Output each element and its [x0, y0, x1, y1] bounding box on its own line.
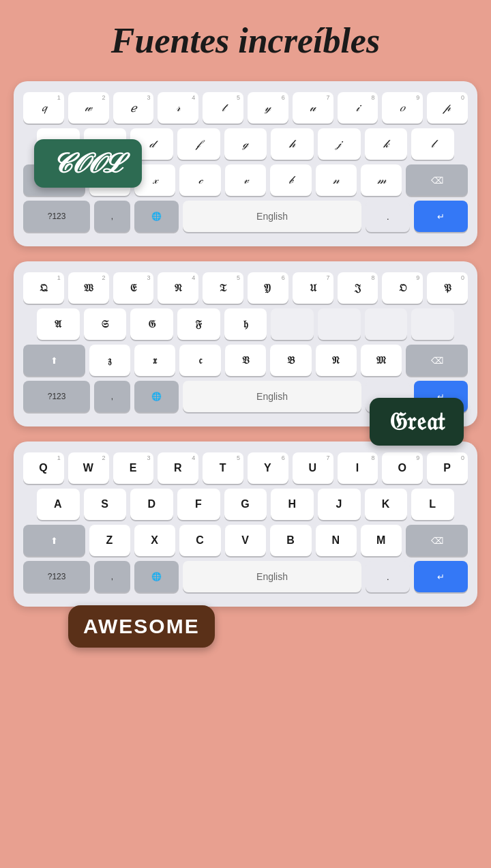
page-title: Fuentes increíbles: [111, 20, 380, 61]
kb2-key-n[interactable]: 𝔑: [316, 345, 357, 376]
kb2-key-x[interactable]: 𝔵: [134, 345, 175, 376]
kb2-key-v[interactable]: 𝔙: [225, 345, 266, 376]
kb3-key-num[interactable]: ?123: [23, 561, 90, 592]
kb2-key-m[interactable]: 𝔐: [361, 345, 402, 376]
keyboard-card-1: 𝒞𝒪𝒪ℒ 1𝓺 2𝓌 3ℯ 4𝓇 5𝓉 6𝓎 7𝓊 8𝒾 9𝑜 0𝓅 𝒶 𝓈 𝒹…: [14, 81, 477, 246]
kb3-key-backspace[interactable]: ⌫: [406, 525, 468, 556]
kb3-key-o[interactable]: 9O: [382, 452, 423, 484]
key-w[interactable]: 2𝓌: [68, 92, 109, 124]
key-q[interactable]: 1𝓺: [23, 92, 64, 124]
key-backspace[interactable]: ⌫: [406, 164, 468, 196]
kb2-key-b[interactable]: 𝔅: [270, 345, 311, 376]
kb3-key-a[interactable]: A: [37, 489, 80, 520]
kb3-key-m[interactable]: M: [361, 525, 402, 556]
kb2-key-t[interactable]: 5𝔗: [203, 272, 243, 304]
key-dot[interactable]: .: [366, 201, 410, 232]
kb2-key-space[interactable]: English: [183, 381, 361, 412]
kb3-key-g[interactable]: G: [224, 489, 267, 520]
kb3-key-r[interactable]: 4R: [158, 452, 198, 484]
kb3-key-b[interactable]: B: [270, 525, 311, 556]
kb2-key-globe[interactable]: 🌐: [134, 381, 179, 412]
kb3-key-l[interactable]: L: [411, 489, 454, 520]
kb2-key-c[interactable]: 𝔠: [179, 345, 220, 376]
keyboard-card-2: 𝔊𝔯𝔢𝔞𝔱 1𝔔 2𝔚 3𝔈 4𝔑 5𝔗 6𝔜 7𝔘 8𝔍 9𝔒 0𝔓 𝔄 𝔖 …: [14, 261, 477, 426]
kb2-key-q[interactable]: 1𝔔: [23, 272, 64, 304]
kb2-key-i[interactable]: 8𝔍: [338, 272, 378, 304]
kb2-key-s[interactable]: 𝔖: [84, 308, 127, 340]
kb3-key-i[interactable]: 8I: [338, 452, 378, 484]
kb2-key-h[interactable]: 𝔥: [224, 308, 267, 340]
kb2-key-num[interactable]: ?123: [23, 381, 90, 412]
kb3-key-t[interactable]: 5T: [203, 452, 243, 484]
kb3-key-z[interactable]: Z: [89, 525, 130, 556]
key-u[interactable]: 7𝓊: [293, 92, 333, 124]
key-globe[interactable]: 🌐: [134, 201, 179, 232]
kb2-key-o[interactable]: 9𝔒: [382, 272, 423, 304]
kb3-row-3: ⬆ Z X C V B N M ⌫: [23, 525, 468, 556]
kb3-key-w[interactable]: 2W: [68, 452, 109, 484]
key-enter[interactable]: ↵: [414, 201, 468, 232]
kb3-key-c[interactable]: C: [179, 525, 220, 556]
key-n[interactable]: 𝓃: [316, 164, 357, 196]
kb2-key-shift[interactable]: ⬆: [23, 345, 85, 376]
kb2-key-y[interactable]: 6𝔜: [248, 272, 288, 304]
key-r[interactable]: 4𝓇: [158, 92, 198, 124]
kb3-key-dot[interactable]: .: [366, 561, 410, 592]
kb3-key-globe[interactable]: 🌐: [134, 561, 179, 592]
key-l[interactable]: 𝓁: [411, 128, 454, 160]
key-p[interactable]: 0𝓅: [427, 92, 468, 124]
kb2-key-w[interactable]: 2𝔚: [68, 272, 109, 304]
kb3-key-x[interactable]: X: [134, 525, 175, 556]
kb3-key-n[interactable]: N: [316, 525, 357, 556]
kb3-key-space[interactable]: English: [183, 561, 361, 592]
kb2-key-r[interactable]: 4𝔑: [158, 272, 198, 304]
key-b[interactable]: 𝒷: [270, 164, 311, 196]
key-k[interactable]: 𝓀: [365, 128, 408, 160]
kb2-key-u[interactable]: 7𝔘: [293, 272, 333, 304]
kb3-key-q[interactable]: 1Q: [23, 452, 64, 484]
key-o[interactable]: 9𝑜: [382, 92, 423, 124]
key-f[interactable]: 𝒻: [177, 128, 220, 160]
key-e[interactable]: 3ℯ: [113, 92, 154, 124]
kb3-row-2: A S D F G H J K L: [23, 489, 468, 520]
kb2-key-backspace[interactable]: ⌫: [406, 345, 468, 376]
key-y[interactable]: 6𝓎: [248, 92, 288, 124]
kb3-key-y[interactable]: 6Y: [248, 452, 288, 484]
kb3-key-d[interactable]: D: [130, 489, 173, 520]
key-i[interactable]: 8𝒾: [338, 92, 378, 124]
kb2-key-z[interactable]: 𝔷: [89, 345, 130, 376]
kb3-key-k[interactable]: K: [365, 489, 408, 520]
kb2-key-a[interactable]: 𝔄: [37, 308, 80, 340]
kb3-key-v[interactable]: V: [225, 525, 266, 556]
key-g[interactable]: ℊ: [224, 128, 267, 160]
key-space[interactable]: English: [183, 201, 361, 232]
kb2-key-f[interactable]: 𝔉: [177, 308, 220, 340]
key-num[interactable]: ?123: [23, 201, 90, 232]
kb2-key-comma[interactable]: ,: [94, 381, 130, 412]
kb3-key-enter[interactable]: ↵: [414, 561, 468, 592]
key-comma[interactable]: ,: [94, 201, 130, 232]
key-c[interactable]: 𝒸: [179, 164, 220, 196]
badge-cool: 𝒞𝒪𝒪ℒ: [34, 139, 142, 188]
kb3-key-h[interactable]: H: [271, 489, 314, 520]
keyboard-card-3: AWESOME 1Q 2W 3E 4R 5T 6Y 7U 8I 9O 0P A …: [14, 442, 477, 607]
key-m[interactable]: 𝓂: [361, 164, 402, 196]
key-j[interactable]: 𝒿: [318, 128, 361, 160]
kb3-key-j[interactable]: J: [318, 489, 361, 520]
kb3-key-shift[interactable]: ⬆: [23, 525, 85, 556]
kb2-key-blank4: [411, 308, 454, 340]
key-t[interactable]: 5𝓉: [203, 92, 243, 124]
kb3-key-u[interactable]: 7U: [293, 452, 333, 484]
key-h[interactable]: 𝒽: [271, 128, 314, 160]
key-v[interactable]: 𝓋: [225, 164, 266, 196]
badge-awesome: AWESOME: [68, 605, 215, 648]
badge-great: 𝔊𝔯𝔢𝔞𝔱: [370, 398, 464, 446]
kb2-key-e[interactable]: 3𝔈: [113, 272, 154, 304]
kb3-key-comma[interactable]: ,: [94, 561, 130, 592]
kb2-key-g[interactable]: 𝔊: [130, 308, 173, 340]
kb3-key-f[interactable]: F: [177, 489, 220, 520]
kb2-key-p[interactable]: 0𝔓: [427, 272, 468, 304]
kb3-key-p[interactable]: 0P: [427, 452, 468, 484]
kb3-key-e[interactable]: 3E: [113, 452, 154, 484]
kb3-key-s[interactable]: S: [84, 489, 127, 520]
